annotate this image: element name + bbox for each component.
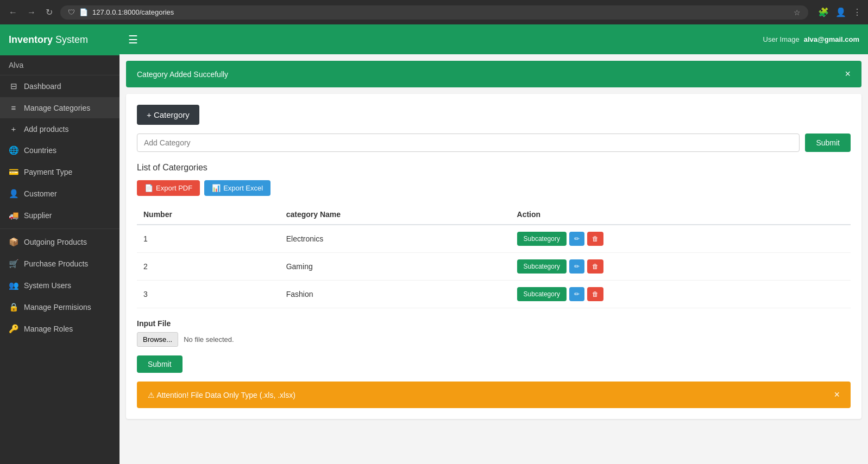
excel-icon: 📊 [212, 184, 221, 192]
table-row: 3 Fashion Subcategory ✏ 🗑 [137, 281, 851, 308]
brand-bold: Inventory [9, 34, 53, 45]
sidebar-item-label: System Users [24, 281, 71, 290]
cell-action: Subcategory ✏ 🗑 [511, 253, 851, 281]
edit-button[interactable]: ✏ [569, 232, 584, 246]
supplier-icon: 🚚 [9, 211, 18, 220]
sidebar-item-supplier[interactable]: 🚚 Supplier [0, 205, 119, 226]
warning-alert: ⚠ Attention! File Data Only Type (.xls, … [137, 382, 851, 408]
star-icon[interactable]: ☆ [794, 8, 801, 17]
sidebar-item-add-products[interactable]: + Add products [0, 118, 119, 139]
sidebar-item-label: Outgoing Products [24, 238, 87, 246]
right-panel: Category Added Succefully × + Catergory … [119, 54, 868, 464]
delete-button[interactable]: 🗑 [587, 287, 603, 301]
extensions-icon[interactable]: 🧩 [818, 7, 829, 17]
back-button[interactable]: ← [7, 5, 20, 20]
success-alert: Category Added Succefully × [126, 61, 861, 87]
table-row: 1 Electronics Subcategory ✏ 🗑 [137, 225, 851, 253]
subcategory-button[interactable]: Subcategory [517, 259, 567, 274]
cell-number: 3 [137, 281, 280, 308]
cell-category-name: Gaming [280, 253, 511, 281]
table-row: 2 Gaming Subcategory ✏ 🗑 [137, 253, 851, 281]
cell-category-name: Electronics [280, 225, 511, 253]
pdf-icon: 📄 [144, 184, 153, 192]
app-container: Inventory System Alva ⊟ Dashboard ≡ Mana… [0, 24, 868, 464]
cell-action: Subcategory ✏ 🗑 [511, 281, 851, 308]
subcategory-button[interactable]: Subcategory [517, 287, 567, 301]
submit-button[interactable]: Submit [805, 134, 851, 152]
sidebar-item-label: Payment Type [24, 168, 72, 176]
success-message: Category Added Succefully [137, 70, 228, 79]
warning-content: ⚠ Attention! File Data Only Type (.xls, … [148, 391, 295, 399]
category-table: Number category Name Action 1 Electronic… [137, 205, 851, 308]
refresh-button[interactable]: ↻ [43, 5, 55, 20]
dashboard-icon: ⊟ [9, 81, 18, 91]
action-buttons: Subcategory ✏ 🗑 [517, 259, 844, 274]
browse-button[interactable]: Browse... [137, 332, 178, 347]
success-close-button[interactable]: × [845, 68, 851, 80]
payment-icon: 💳 [9, 167, 18, 177]
sidebar-item-label: Dashboard [24, 82, 61, 91]
user-label: User Image [763, 35, 800, 43]
main-content: ☰ User Image alva@gmail.com Category Add… [119, 24, 868, 464]
sidebar-item-payment-type[interactable]: 💳 Payment Type [0, 161, 119, 183]
user-email: alva@gmail.com [804, 35, 859, 43]
warning-message: Attention! File Data Only Type (.xls, .x… [156, 391, 295, 399]
shield-icon: 🛡 [68, 8, 75, 16]
topbar: ☰ User Image alva@gmail.com [119, 24, 868, 54]
sidebar-divider [0, 228, 119, 229]
delete-button[interactable]: 🗑 [587, 259, 603, 274]
forward-button[interactable]: → [25, 5, 38, 20]
sidebar-item-manage-permissions[interactable]: 🔒 Manage Permisions [0, 296, 119, 318]
more-icon[interactable]: ⋮ [853, 7, 861, 17]
sidebar-item-purchase-products[interactable]: 🛒 Purchase Products [0, 253, 119, 275]
list-title: List of Catergories [137, 163, 851, 173]
profile-icon[interactable]: 👤 [835, 7, 846, 17]
input-file-label: Input File [137, 319, 851, 328]
action-buttons: Subcategory ✏ 🗑 [517, 287, 844, 301]
export-excel-label: Export Excel [223, 184, 263, 192]
sidebar-item-system-users[interactable]: 👥 System Users [0, 275, 119, 296]
topbar-right: User Image alva@gmail.com [763, 35, 859, 43]
input-file-section: Input File Browse... No file selected. S… [137, 319, 851, 373]
subcategory-button[interactable]: Subcategory [517, 232, 567, 246]
sidebar-item-label: Countries [24, 146, 56, 155]
sidebar-user: Alva [0, 55, 119, 75]
export-excel-button[interactable]: 📊 Export Excel [204, 180, 271, 196]
cell-action: Subcategory ✏ 🗑 [511, 225, 851, 253]
url-text: 127.0.0.1:8000/categories [92, 8, 174, 16]
roles-icon: 🔑 [9, 324, 18, 334]
customer-icon: 👤 [9, 189, 18, 199]
globe-icon: 🌐 [9, 145, 18, 155]
cell-number: 1 [137, 225, 280, 253]
sidebar-item-label: Manage Roles [24, 325, 73, 333]
users-icon: 👥 [9, 281, 18, 290]
address-bar: 🛡 📄 127.0.0.1:8000/categories ☆ [60, 5, 808, 20]
category-header-button[interactable]: + Catergory [137, 105, 199, 125]
sidebar-item-manage-roles[interactable]: 🔑 Manage Roles [0, 318, 119, 340]
sidebar-item-countries[interactable]: 🌐 Countries [0, 139, 119, 161]
sidebar-item-dashboard[interactable]: ⊟ Dashboard [0, 75, 119, 97]
add-category-input[interactable] [137, 134, 800, 152]
brand-normal: System [55, 34, 88, 45]
sidebar-item-label: Purchase Products [24, 259, 88, 268]
sidebar-item-label: Customer [24, 189, 57, 198]
warning-close-button[interactable]: × [834, 389, 840, 401]
sidebar: Inventory System Alva ⊟ Dashboard ≡ Mana… [0, 24, 119, 464]
sidebar-item-label: Add products [24, 125, 69, 134]
outgoing-icon: 📦 [9, 237, 18, 247]
hamburger-icon[interactable]: ☰ [128, 33, 138, 46]
sidebar-item-outgoing-products[interactable]: 📦 Outgoing Products [0, 231, 119, 253]
file-submit-button[interactable]: Submit [137, 355, 183, 373]
categories-icon: ≡ [9, 103, 18, 112]
sidebar-item-customer[interactable]: 👤 Customer [0, 183, 119, 205]
edit-button[interactable]: ✏ [569, 287, 584, 301]
purchase-icon: 🛒 [9, 259, 18, 269]
sidebar-item-manage-categories[interactable]: ≡ Manage Categories [0, 97, 119, 118]
edit-button[interactable]: ✏ [569, 259, 584, 274]
export-pdf-button[interactable]: 📄 Export PDF [137, 180, 200, 196]
permissions-icon: 🔒 [9, 302, 18, 312]
browser-chrome: ← → ↻ 🛡 📄 127.0.0.1:8000/categories ☆ 🧩 … [0, 0, 868, 24]
delete-button[interactable]: 🗑 [587, 232, 603, 246]
col-category-name: category Name [280, 205, 511, 225]
page-icon: 📄 [79, 8, 88, 16]
